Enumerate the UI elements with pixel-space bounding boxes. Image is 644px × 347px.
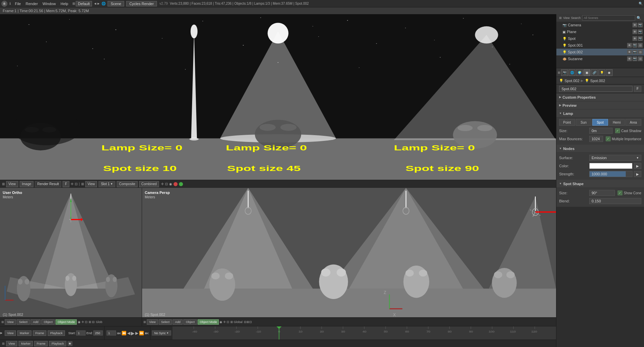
lamp-type-point[interactable]: Point [559, 119, 575, 126]
preview-section[interactable]: ▶ Preview [556, 101, 644, 109]
outliner-item-suzanne[interactable]: 🐵 Suzanne 👁 📷 ⊡ [556, 55, 644, 62]
vp-left-view-btn[interactable]: View [5, 319, 16, 325]
outliner-item-spot002[interactable]: 💡 Spot.002 👁 📷 ⊡ [556, 49, 644, 55]
spot002-vis-extra[interactable]: ⊡ [638, 50, 643, 54]
spot002-vis-render[interactable]: 📷 [632, 50, 637, 54]
outliner-item-plane[interactable]: ▣ Plane 👁 📷 [556, 28, 644, 35]
props-tab-scene[interactable]: 🌐 [569, 69, 575, 76]
jump-start-btn[interactable]: ⏮ [117, 331, 121, 336]
lamp-type-sun[interactable]: Sun [576, 119, 592, 126]
color-btn[interactable]: ▶ [634, 163, 641, 169]
strength-btn[interactable]: ▶ [634, 171, 641, 177]
outliner-item-spot[interactable]: 💡 Spot 👁 📷 [556, 35, 644, 42]
max-bounces-field[interactable]: 1024 [589, 136, 603, 142]
bottom-marker-btn[interactable]: Marker [19, 341, 33, 346]
next-keyframe-btn[interactable]: ▶ [135, 331, 138, 336]
plane-vis-render[interactable]: 📷 [638, 29, 643, 34]
vp-left-object-btn[interactable]: Object [41, 319, 55, 325]
surface-field[interactable]: Emission ▼ [589, 155, 641, 161]
outliner-item-spot001[interactable]: 💡 Spot.001 👁 📷 ⊡ [556, 42, 644, 49]
spot-size-field[interactable]: 90° [589, 190, 615, 196]
stop-render-btn[interactable] [174, 182, 178, 186]
cast-shadow-checkbox[interactable]: ✓ [615, 128, 620, 133]
spot-shape-section-header[interactable]: ▼ Spot Shape [556, 180, 644, 188]
suzanne-vis-render[interactable]: 📷 [632, 56, 637, 61]
outliner-icon[interactable]: ⊞ [559, 16, 562, 20]
scene-selector[interactable]: Scene [108, 1, 124, 6]
mult-importance-checkbox[interactable]: ✓ [606, 137, 611, 141]
nodes-section-header[interactable]: ▼ Nodes [556, 145, 644, 153]
suzanne-vis-eye[interactable]: 👁 [627, 56, 632, 61]
render-type-icon[interactable]: ⊞ [2, 182, 5, 186]
menu-help[interactable]: Help [59, 1, 70, 6]
timeline-view-btn[interactable]: View [5, 330, 16, 336]
render-extra-1[interactable]: ⊡ [165, 182, 168, 186]
props-tab-data[interactable]: 💡 [598, 69, 605, 76]
lamp-type-spot[interactable]: Spot [592, 119, 608, 126]
lamp-section-header[interactable]: ▼ Lamp [556, 109, 644, 118]
props-tab-world[interactable]: 🌍 [576, 69, 583, 76]
view-menu-btn[interactable]: View [6, 181, 18, 187]
combined-btn[interactable]: Combined [139, 181, 159, 187]
bottom-view-btn[interactable]: View [6, 341, 17, 346]
zoom-fit-icon[interactable]: ⊡ [75, 182, 77, 186]
outliner-view-btn[interactable]: View [563, 16, 570, 20]
slot-btn[interactable]: Slot 1 ▼ [98, 181, 115, 187]
plane-vis-eye[interactable]: 👁 [632, 29, 637, 34]
sync-selector[interactable]: No Sync ▼ [152, 330, 171, 336]
prev-keyframe-btn[interactable]: ◀ [127, 331, 130, 336]
vp-right-select-btn[interactable]: Select [159, 319, 172, 325]
blender-icon[interactable]: B [1, 1, 7, 7]
play-btn[interactable]: ▶ [131, 330, 135, 336]
outliner-search-btn[interactable]: Search [571, 16, 581, 20]
timeline-ruler[interactable]: -40 -30 -20 -10 0 10 20 30 40 50 60 70 8… [172, 326, 556, 340]
vp-left-select-btn[interactable]: Select [17, 319, 30, 325]
tl-end-field[interactable]: 250 [93, 330, 103, 336]
bottom-frame-btn[interactable]: Frame [34, 341, 48, 346]
tl-current-field[interactable]: 1 [107, 330, 116, 336]
spot-vis-render[interactable]: 📷 [638, 36, 643, 41]
f-btn[interactable]: F [634, 86, 641, 92]
props-tab-object[interactable]: ▣ [583, 69, 590, 76]
menu-render[interactable]: Render [24, 1, 40, 6]
viewport2-icon[interactable]: ⊞ [81, 182, 84, 186]
spot002-vis-eye[interactable]: 👁 [627, 50, 632, 54]
strength-slider[interactable]: 1000.000 [589, 171, 632, 177]
spot001-vis-eye[interactable]: 👁 [627, 43, 632, 48]
object-mode-btn-right[interactable]: Object Mode [198, 319, 219, 325]
custom-properties-section[interactable]: ▶ Custom Properties [556, 93, 644, 101]
suzanne-vis-extra[interactable]: ⊡ [638, 56, 643, 61]
workspace-selector[interactable]: Default [76, 1, 92, 6]
image-menu-btn[interactable]: Image [20, 181, 34, 187]
timeline-marker-btn[interactable]: Marker [17, 330, 31, 336]
tl-start-field[interactable]: 1 [76, 330, 86, 336]
vp-right-view-btn[interactable]: View [147, 319, 158, 325]
outliner-search-input[interactable]: All Scenes [582, 15, 635, 21]
jump-end-btn[interactable]: ⏭ [145, 331, 149, 336]
show-cone-checkbox[interactable]: ✓ [618, 191, 622, 195]
props-tab-render[interactable]: 📷 [561, 69, 568, 76]
lamp-type-hemi[interactable]: Hemi [609, 119, 625, 126]
menu-file[interactable]: File [13, 1, 23, 6]
color-swatch[interactable] [589, 163, 632, 169]
spot001-vis-render[interactable]: 📷 [632, 43, 637, 48]
render-extra-2[interactable]: ◉ [169, 182, 172, 186]
vp-left-add-btn[interactable]: Add [30, 319, 41, 325]
lamp-type-area[interactable]: Area [625, 119, 641, 126]
outliner-filter-icon[interactable]: 🔍 [637, 16, 641, 20]
lamp-size-field[interactable]: 0m [589, 128, 613, 134]
add-render-btn[interactable]: ✛ [161, 182, 164, 186]
menu-window[interactable]: Window [41, 1, 58, 6]
keyframe-record-btn[interactable]: ◉ [68, 341, 72, 346]
prev-frame-btn[interactable]: ⏪ [121, 331, 127, 336]
render-engine-selector[interactable]: Cycles Render [126, 1, 157, 6]
spot001-vis-extra[interactable]: ⊡ [638, 43, 643, 48]
props-tab-constraints[interactable]: 🔗 [591, 69, 598, 76]
f-button[interactable]: F [63, 181, 69, 187]
vp-right-add-btn[interactable]: Add [172, 319, 183, 325]
view2-btn[interactable]: View [85, 181, 97, 187]
blend-field[interactable]: 0.150 [589, 198, 641, 204]
props-tab-material[interactable]: ◉ [606, 69, 613, 76]
timeline-frame-btn[interactable]: Frame [33, 330, 46, 336]
outliner-item-camera[interactable]: 📷 Camera 👁 📷 [556, 22, 644, 28]
